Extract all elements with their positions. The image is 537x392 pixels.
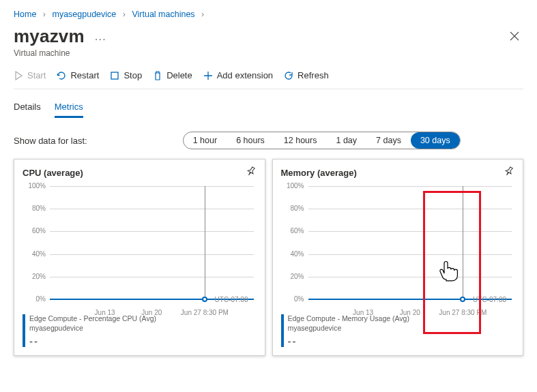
time-range-picker: 1 hour 6 hours 12 hours 1 day 7 days 30 … [183,132,461,149]
play-icon [14,71,23,80]
range-12hours[interactable]: 12 hours [274,132,327,149]
stop-icon [110,71,119,80]
cpu-legend-value: -- [29,335,156,347]
start-button: Start [14,70,46,80]
cpu-hover-line [205,186,205,302]
range-1hour[interactable]: 1 hour [184,132,227,149]
trash-icon [153,71,162,80]
tab-bar: Details Metrics [14,99,523,118]
range-6hours[interactable]: 6 hours [227,132,274,149]
pin-icon [504,166,514,177]
page-subtitle: Virtual machine [14,48,106,58]
cpu-legend-name: Edge Compute - Percentage CPU (Avg) [29,314,156,324]
pin-button[interactable] [246,166,257,179]
cpu-chart-card: CPU (average) 100% 80% 60% 40% 20% 0% [14,159,265,356]
tab-details[interactable]: Details [14,99,41,118]
close-icon [510,31,519,41]
chevron-right-icon: › [123,10,126,19]
memory-chart[interactable]: 100% 80% 60% 40% 20% 0% Jun 13 Jun 20 Ju… [281,186,515,309]
memory-legend-sub: myasegpudevice [288,324,409,333]
range-1day[interactable]: 1 day [326,132,366,149]
plus-icon [203,71,213,80]
more-menu-icon[interactable]: … [94,29,106,44]
refresh-button[interactable]: Refresh [284,70,329,80]
restart-button[interactable]: Restart [57,70,99,80]
cpu-chart[interactable]: 100% 80% 60% 40% 20% 0% Jun 13 Jun 20 Ju… [23,186,257,309]
cpu-hover-point [202,297,207,302]
show-data-label: Show data for last: [14,136,87,146]
close-button[interactable] [506,26,523,48]
pin-button[interactable] [504,166,514,179]
memory-legend[interactable]: Edge Compute - Memory Usage (Avg) myaseg… [281,314,515,347]
cpu-legend-sub: myasegpudevice [29,324,156,333]
cpu-legend[interactable]: Edge Compute - Percentage CPU (Avg) myas… [23,314,257,347]
pin-icon [246,166,257,177]
memory-legend-value: -- [288,335,409,347]
tab-metrics[interactable]: Metrics [55,99,83,118]
memory-legend-name: Edge Compute - Memory Usage (Avg) [288,314,409,324]
page-title: myazvm [14,26,85,47]
restart-icon [57,71,66,80]
add-extension-button[interactable]: Add extension [203,70,273,80]
chevron-right-icon: › [201,10,204,19]
breadcrumb: Home › myasegpudevice › Virtual machines… [14,5,523,26]
delete-button[interactable]: Delete [153,70,192,80]
range-7days[interactable]: 7 days [366,132,411,149]
memory-chart-card: Memory (average) 100% 80% 60% 40% 20% 0% [272,159,524,356]
memory-hover-point [460,297,465,302]
breadcrumb-home[interactable]: Home [14,10,36,19]
cpu-timezone: UTC-07:00 [215,296,248,303]
stop-button[interactable]: Stop [110,70,142,80]
command-bar: Start Restart Stop Delete Add extension … [14,58,523,89]
range-30days[interactable]: 30 days [411,132,460,149]
chevron-right-icon: › [43,10,46,19]
memory-card-title: Memory (average) [281,168,357,178]
breadcrumb-vms[interactable]: Virtual machines [132,10,194,19]
refresh-icon [284,71,293,80]
breadcrumb-device[interactable]: myasegpudevice [52,10,116,19]
memory-timezone: UTC-07:00 [473,296,506,303]
svg-rect-0 [111,72,118,79]
memory-hover-line [463,186,463,302]
cpu-card-title: CPU (average) [23,168,83,178]
